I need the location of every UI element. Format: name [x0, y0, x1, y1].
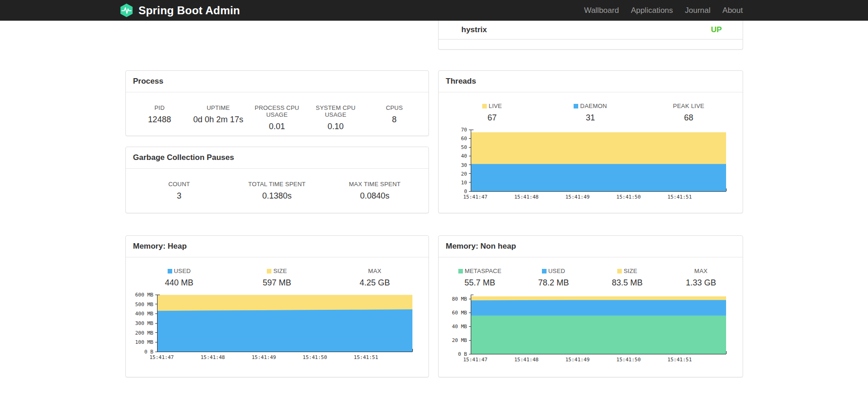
stat-value: 8 — [365, 115, 424, 125]
threads-panel-title: Threads — [439, 71, 743, 92]
right-column: hystrix UP Threads LIVE 67 DAEMON 31 — [438, 21, 743, 377]
health-panel: hystrix UP — [438, 21, 743, 50]
process-panel-title: Process — [126, 71, 428, 92]
stat-uptime: UPTIME 0d 0h 2m 17s — [189, 104, 248, 131]
stat-label-text: USED — [548, 268, 565, 274]
threads-stats: LIVE 67 DAEMON 31 PEAK LIVE 68 — [439, 92, 743, 123]
stat-label: TOTAL TIME SPENT — [228, 181, 326, 188]
stat-nonheap-size: SIZE 83.5 MB — [591, 268, 665, 288]
left-column: Process PID 12488 UPTIME 0d 0h 2m 17s PR… — [125, 21, 429, 377]
stat-heap-size: SIZE 597 MB — [228, 268, 326, 288]
threads-chart-area: 01020304050607015:41:4715:41:4815:41:491… — [439, 127, 743, 201]
svg-text:20: 20 — [461, 171, 467, 177]
health-name: hystrix — [462, 25, 487, 34]
svg-text:15:41:47: 15:41:47 — [463, 357, 487, 363]
stat-label-text: SIZE — [273, 268, 287, 274]
stat-value: 0.1380s — [228, 191, 326, 201]
stat-label: USED — [130, 268, 228, 274]
brand-title: Spring Boot Admin — [139, 4, 240, 17]
svg-text:500 MB: 500 MB — [135, 302, 153, 308]
stat-value: 1.33 GB — [664, 278, 738, 288]
stat-label: METASPACE — [443, 268, 517, 274]
nonheap-stats: METASPACE 55.7 MB USED 78.2 MB SIZE 83.5… — [439, 257, 743, 288]
stat-value: 68 — [640, 113, 738, 123]
memory-heap-panel: Memory: Heap USED 440 MB SIZE 597 MB MAX… — [125, 235, 429, 377]
daemon-swatch — [574, 104, 578, 108]
svg-text:20 MB: 20 MB — [451, 337, 467, 343]
svg-text:15:41:48: 15:41:48 — [514, 357, 538, 363]
stat-label: LIVE — [443, 102, 541, 109]
used-swatch — [168, 269, 172, 273]
svg-text:15:41:50: 15:41:50 — [303, 354, 327, 360]
stat-label: PEAK LIVE — [640, 102, 738, 109]
heap-stats: USED 440 MB SIZE 597 MB MAX 4.25 GB — [126, 257, 428, 288]
stat-value: 3 — [130, 191, 228, 201]
stat-system-cpu-usage: SYSTEM CPU USAGE 0.10 — [306, 104, 365, 131]
size-swatch — [617, 269, 622, 273]
stat-value: 67 — [443, 113, 541, 123]
navbar: Spring Boot Admin Wallboard Applications… — [0, 0, 868, 21]
live-swatch — [482, 104, 487, 108]
svg-text:10: 10 — [461, 180, 467, 186]
stat-gc-total-time: TOTAL TIME SPENT 0.1380s — [228, 181, 326, 201]
svg-text:15:41:48: 15:41:48 — [514, 194, 538, 200]
svg-text:50: 50 — [461, 144, 467, 150]
svg-text:15:41:48: 15:41:48 — [201, 354, 225, 360]
svg-text:15:41:50: 15:41:50 — [616, 357, 641, 363]
stat-value: 83.5 MB — [591, 278, 665, 288]
nav-link-journal[interactable]: Journal — [679, 6, 716, 15]
threads-chart: 01020304050607015:41:4715:41:4815:41:491… — [442, 127, 739, 201]
stat-label: UPTIME — [189, 104, 248, 111]
svg-text:15:41:51: 15:41:51 — [667, 357, 692, 363]
stat-process-cpu-usage: PROCESS CPU USAGE 0.01 — [248, 104, 306, 131]
stat-threads-peak-live: PEAK LIVE 68 — [640, 102, 738, 123]
gc-panel-title: Garbage Collection Pauses — [126, 147, 428, 169]
stat-threads-daemon: DAEMON 31 — [541, 102, 640, 123]
svg-text:15:41:49: 15:41:49 — [565, 357, 589, 363]
nonheap-chart: 0 B20 MB40 MB60 MB80 MB15:41:4715:41:481… — [442, 292, 739, 364]
stat-label: SIZE — [591, 268, 665, 274]
svg-text:15:41:51: 15:41:51 — [667, 194, 692, 200]
stat-label: USED — [517, 268, 591, 274]
gc-stats: COUNT 3 TOTAL TIME SPENT 0.1380s MAX TIM… — [126, 169, 428, 201]
stat-nonheap-used: USED 78.2 MB — [517, 268, 591, 288]
svg-text:70: 70 — [461, 127, 467, 133]
svg-text:15:41:47: 15:41:47 — [463, 194, 487, 200]
size-swatch — [267, 269, 271, 273]
stat-threads-live: LIVE 67 — [443, 102, 541, 123]
stat-gc-max-time: MAX TIME SPENT 0.0840s — [326, 181, 424, 201]
stat-label-text: LIVE — [489, 102, 502, 109]
nav-link-about[interactable]: About — [716, 6, 743, 15]
heap-chart-area: 0 B100 MB200 MB300 MB400 MB500 MB600 MB1… — [126, 292, 428, 362]
stat-label: MAX TIME SPENT — [326, 181, 424, 188]
stat-label-text: USED — [174, 268, 191, 274]
stat-label-text: DAEMON — [580, 102, 607, 109]
stat-label: PROCESS CPU USAGE — [248, 104, 306, 118]
svg-text:15:41:51: 15:41:51 — [354, 354, 378, 360]
stat-label: COUNT — [130, 181, 228, 188]
svg-text:60 MB: 60 MB — [451, 310, 467, 316]
used-swatch — [542, 269, 547, 273]
stat-value: 0.01 — [248, 122, 306, 131]
gc-panel: Garbage Collection Pauses COUNT 3 TOTAL … — [125, 147, 429, 213]
stat-label: MAX — [664, 268, 738, 274]
stat-value: 78.2 MB — [517, 278, 591, 288]
svg-text:40: 40 — [461, 153, 467, 159]
threads-panel: Threads LIVE 67 DAEMON 31 PEAK LIVE 68 — [438, 70, 743, 213]
stat-value: 31 — [541, 113, 640, 123]
stat-value: 0d 0h 2m 17s — [189, 115, 248, 125]
stat-label: CPUS — [365, 104, 424, 111]
nav-link-applications[interactable]: Applications — [625, 6, 679, 15]
stat-label: MAX — [326, 268, 424, 274]
memory-nonheap-panel-title: Memory: Non heap — [439, 236, 743, 257]
process-stats: PID 12488 UPTIME 0d 0h 2m 17s PROCESS CP… — [126, 92, 428, 131]
stat-label: PID — [130, 104, 189, 111]
brand-link[interactable]: Spring Boot Admin — [119, 3, 240, 18]
page: Spring Boot Admin Wallboard Applications… — [0, 0, 868, 410]
stat-label: SIZE — [228, 268, 326, 274]
stat-heap-used: USED 440 MB — [130, 268, 228, 288]
process-panel: Process PID 12488 UPTIME 0d 0h 2m 17s PR… — [125, 70, 429, 136]
stat-cpus: CPUS 8 — [365, 104, 424, 131]
stat-value: 12488 — [130, 115, 189, 125]
nav-link-wallboard[interactable]: Wallboard — [578, 6, 625, 15]
